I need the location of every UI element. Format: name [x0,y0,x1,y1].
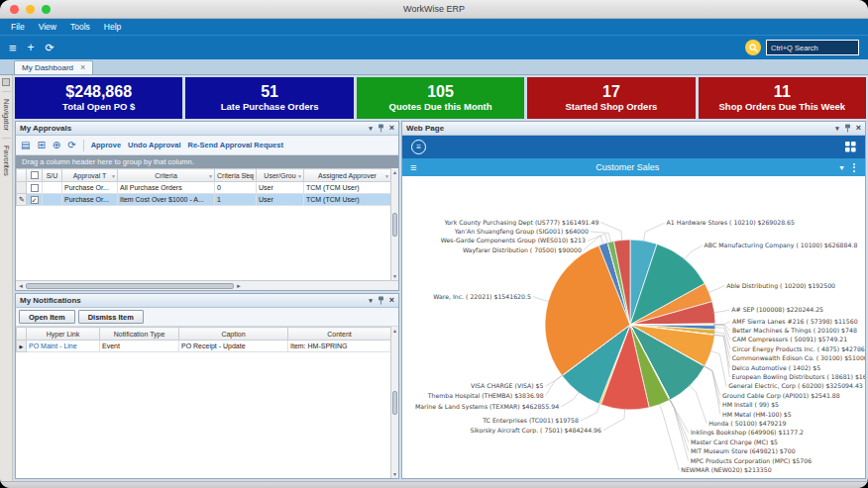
refresh-icon[interactable]: ⟳ [67,141,75,150]
vertical-scrollbar[interactable]: ▲▼ [390,327,398,478]
refresh-icon[interactable]: ⟳ [46,43,54,53]
web-page-panel: Web Page ▾ × ≡ [401,121,866,479]
rail-tab-navigator[interactable]: Navigator [2,91,11,138]
close-icon[interactable]: × [389,296,394,305]
pie-label: Marine & Land Systems (TEXMAR) $462855.9… [415,403,559,411]
pin-icon[interactable] [378,124,384,133]
chevron-down-icon[interactable]: ▾ [835,125,839,133]
tab-my-dashboard[interactable]: My Dashboard × [14,60,93,74]
scroll-right-arrow[interactable]: ► [236,283,242,289]
vertical-scrollbar[interactable]: ▲▼ [390,168,398,280]
chevron-down-icon[interactable]: ▾ [369,125,373,133]
kpi-started-shop-orders[interactable]: 17 Started Shop Orders [527,77,695,119]
panel-title: Web Page [406,124,444,133]
search-icon[interactable] [745,40,761,55]
menu-file[interactable]: File [4,22,32,32]
pie-label: Commonwealth Edison Co. ( 30100) $51000 [732,354,865,361]
cell-user-group: User [257,182,304,194]
cell-approval-type: Purchase Or... [62,182,118,194]
dock-rail: Navigator Favorites [0,75,13,481]
menu-circle-icon[interactable]: ≡ [411,140,426,154]
resend-approval-button[interactable]: Re-Send Approval Request [188,141,283,149]
menu-tools[interactable]: Tools [63,22,97,32]
select-all-checkbox[interactable] [31,171,39,179]
row-checkbox[interactable] [31,184,39,192]
close-icon[interactable]: × [856,124,861,133]
column-header-criteria-seq[interactable]: Criteria SeqΣ▼ [215,169,257,182]
dismiss-item-button[interactable]: Dismiss Item [78,310,144,324]
column-header-content[interactable]: Content [288,328,391,341]
chart-title: Customer Sales [422,162,832,172]
apps-grid-icon[interactable] [845,142,856,152]
column-header-criteria[interactable]: Criteria▼ [118,169,215,182]
menu-view[interactable]: View [32,22,63,32]
approve-button[interactable]: Approve [91,141,121,149]
open-item-button[interactable]: Open Item [19,310,75,324]
filter-icon[interactable]: ▼ [208,173,213,179]
scrollbar-thumb[interactable] [392,391,397,415]
column-header-su[interactable]: S/U [43,169,62,182]
add-icon[interactable]: + [28,42,35,53]
filter-icon[interactable]: ▼ [297,173,302,179]
table-row-selected[interactable]: ✎ ✓ Purchase Or... Item Cost Over $1000 … [17,194,391,206]
kpi-total-open-po[interactable]: $248,868 Total Open PO $ [15,77,182,119]
pin-icon[interactable] [844,124,851,133]
row-checkbox-checked[interactable]: ✓ [31,196,39,204]
filter-icon[interactable]: ▼ [384,173,389,179]
column-header-user-group[interactable]: User/Grou▼ [257,169,304,182]
grid-header-row: S/U Approval T▼ Criteria▼ Criteria SeqΣ▼… [17,169,391,182]
hamburger-menu-icon[interactable]: ≡ [9,42,17,54]
scroll-left-arrow[interactable]: ◄ [18,283,24,289]
chevron-down-icon[interactable]: ▼ [838,164,845,171]
filter-icon[interactable]: ▼ [250,173,255,179]
column-header-hyper-link[interactable]: Hyper Link [27,328,100,341]
minimize-window-button[interactable] [26,5,35,14]
tab-close-icon[interactable]: × [80,63,85,72]
kpi-quotes-due[interactable]: 105 Quotes Due this Month [357,77,524,119]
scrollbar-thumb[interactable] [26,283,234,289]
table-row[interactable]: Purchase Or... All Purchase Orders 0 Use… [17,182,391,194]
save-icon[interactable]: ▤ [21,141,30,150]
title-bar: WorkWise ERP [0,0,868,19]
add-circle-icon[interactable]: ⊕ [53,141,60,150]
customer-sales-pie-chart[interactable]: A1 Hardware Stores ( 10210) $269028.65AB… [402,176,865,478]
hamburger-menu-icon[interactable]: ≡ [410,162,416,173]
kpi-value: 51 [261,84,278,101]
chart-header-bar: ≡ Customer Sales ▼ [402,158,865,176]
export-grid-icon[interactable]: ⊞ [37,141,45,150]
cell-criteria: All Purchase Orders [118,182,215,194]
undo-approval-button[interactable]: Undo Approval [128,141,180,149]
pie-chart-svg: A1 Hardware Stores ( 10210) $269028.65AB… [402,176,865,478]
pie-label-leader-line [533,297,550,303]
pie-label: Delco Automotive ( 1402) $5 [732,364,821,371]
kpi-late-purchase-orders[interactable]: 51 Late Purchase Orders [185,77,353,119]
kpi-value: 105 [427,84,454,101]
zoom-window-button[interactable] [42,5,51,14]
table-row[interactable]: ▶ PO Maint - Line Event PO Receipt - Upd… [17,341,391,352]
panel-title: My Notifications [20,296,81,305]
column-header-notification-type[interactable]: Notification Type [100,328,179,341]
search-input[interactable] [766,40,859,55]
pie-label: Themba Hospital (THEMBA) $3836.98 [427,392,544,400]
horizontal-scrollbar[interactable]: ◄ ► [16,280,398,290]
column-header-assigned-approver[interactable]: Assigned Approver▼ [304,169,391,182]
rail-tab-favorites[interactable]: Favorites [2,138,11,183]
sum-icon[interactable]: Σ [244,172,248,178]
kebab-menu-icon[interactable] [851,163,857,172]
column-header-approval-type[interactable]: Approval T▼ [62,169,118,182]
kpi-shop-orders-due[interactable]: 11 Shop Orders Due This Week [699,77,866,119]
filter-icon[interactable]: ▼ [111,173,116,179]
menu-help[interactable]: Help [97,22,128,32]
close-icon[interactable]: × [389,124,394,133]
chevron-down-icon[interactable]: ▾ [369,297,373,305]
select-column-header[interactable] [27,169,43,182]
close-window-button[interactable] [10,5,19,14]
cell-notification-type: Event [100,341,179,352]
scrollbar-thumb[interactable] [392,213,397,237]
column-header-caption[interactable]: Caption [179,328,288,341]
pin-icon[interactable] [378,296,384,305]
notification-hyperlink[interactable]: PO Maint - Line [27,341,100,352]
pie-label-leader-line [684,245,703,260]
cell-content: Item: HM-SPRING [288,341,391,352]
group-by-drop-zone[interactable]: Drag a column header here to group by th… [16,155,398,168]
